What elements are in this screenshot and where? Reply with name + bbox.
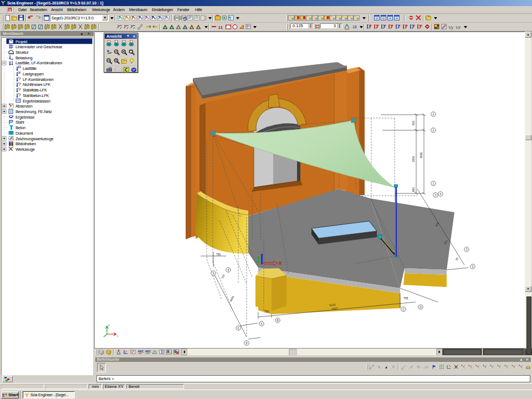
svg-text:Nichtlineare LFK: Nichtlineare LFK bbox=[23, 82, 50, 87]
svg-text:Lastgruppen: Lastgruppen bbox=[23, 71, 44, 76]
svg-text:11: 11 bbox=[218, 25, 223, 30]
svg-text:z: z bbox=[108, 324, 110, 327]
svg-text:Dokument: Dokument bbox=[16, 131, 33, 136]
svg-text:660: 660 bbox=[412, 187, 415, 192]
svg-text:LF-Kombinationen: LF-Kombinationen bbox=[23, 77, 54, 82]
svg-text:Stahl: Stahl bbox=[16, 120, 24, 125]
svg-text:750: 750 bbox=[264, 310, 269, 313]
svg-text:750: 750 bbox=[216, 253, 221, 256]
svg-text:ABC: ABC bbox=[138, 350, 144, 353]
svg-text:¶: ¶ bbox=[229, 16, 231, 20]
svg-text:Vz: Vz bbox=[456, 25, 461, 30]
svg-text:Stahlbeton-LFK: Stahlbeton-LFK bbox=[23, 93, 49, 98]
svg-text:Belastung: Belastung bbox=[16, 55, 32, 60]
svg-text:Struktur: Struktur bbox=[16, 50, 29, 55]
svg-text:.18: .18 bbox=[351, 25, 357, 29]
svg-text:Lastfälle, LF-Kombinationen: Lastfälle, LF-Kombinationen bbox=[16, 60, 62, 65]
svg-text:Ergebnisklassen: Ergebnisklassen bbox=[23, 99, 50, 104]
svg-text:Lastfälle: Lastfälle bbox=[23, 66, 37, 71]
svg-text:5143: 5143 bbox=[329, 303, 336, 306]
svg-text:Werkzeuge: Werkzeuge bbox=[16, 147, 35, 152]
svg-text:758: 758 bbox=[403, 296, 408, 300]
svg-text:Ergebnisse: Ergebnisse bbox=[16, 115, 34, 120]
svg-text:Stabilitäts-LFK: Stabilitäts-LFK bbox=[23, 88, 47, 93]
svg-text:Projekt: Projekt bbox=[16, 39, 27, 44]
svg-text:Zeichnungswerkzeuge: Zeichnungswerkzeuge bbox=[16, 136, 53, 141]
svg-text:A: A bbox=[260, 323, 262, 325]
svg-text:Vy: Vy bbox=[448, 25, 454, 30]
svg-text:ABC: ABC bbox=[145, 350, 151, 353]
svg-text:2950: 2950 bbox=[412, 156, 415, 162]
svg-text:Beton: Beton bbox=[16, 125, 25, 130]
svg-text:950: 950 bbox=[412, 121, 415, 126]
svg-text:Bibliotheken: Bibliotheken bbox=[16, 141, 36, 146]
svg-text:Berechnung, FE-Netz: Berechnung, FE-Netz bbox=[16, 109, 52, 114]
svg-text:750: 750 bbox=[221, 274, 226, 279]
svg-text:7557: 7557 bbox=[331, 306, 338, 310]
svg-text:Absenzen: Absenzen bbox=[16, 104, 33, 109]
svg-text:4560: 4560 bbox=[420, 152, 423, 158]
svg-text:B: B bbox=[277, 319, 278, 322]
svg-text:x: x bbox=[117, 334, 119, 337]
svg-text:Linienraster und Geschosse: Linienraster und Geschosse bbox=[16, 44, 63, 49]
svg-text:4443: 4443 bbox=[229, 295, 234, 303]
svg-text:60: 60 bbox=[454, 257, 459, 261]
